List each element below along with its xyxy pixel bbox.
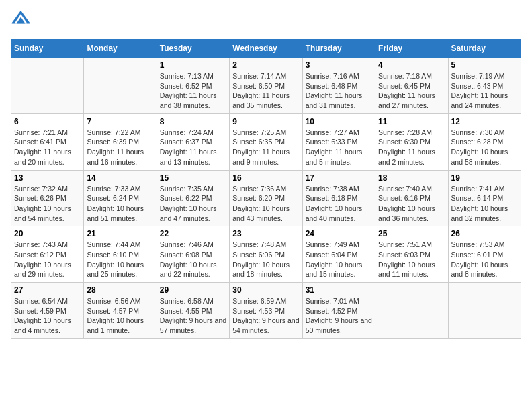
day-number: 14 (87, 173, 153, 183)
col-header-saturday: Saturday (448, 40, 521, 58)
day-number: 28 (87, 285, 153, 295)
day-cell: 13 Sunrise: 7:32 AM Sunset: 6:26 PM Dayl… (11, 170, 84, 226)
cell-content: Sunrise: 7:24 AM Sunset: 6:37 PM Dayligh… (160, 128, 226, 167)
day-cell: 7 Sunrise: 7:22 AM Sunset: 6:39 PM Dayli… (84, 113, 157, 170)
day-number: 22 (160, 229, 226, 238)
cell-content: Sunrise: 7:28 AM Sunset: 6:30 PM Dayligh… (378, 128, 445, 167)
day-cell: 26 Sunrise: 7:53 AM Sunset: 6:01 PM Dayl… (448, 226, 521, 283)
day-cell: 31 Sunrise: 7:01 AM Sunset: 4:52 PM Dayl… (302, 283, 375, 339)
day-number: 6 (14, 117, 81, 126)
day-number: 4 (378, 60, 445, 70)
col-header-tuesday: Tuesday (157, 40, 229, 58)
day-number: 8 (160, 117, 226, 126)
week-row-4: 20 Sunrise: 7:43 AM Sunset: 6:12 PM Dayl… (11, 226, 521, 283)
col-header-friday: Friday (375, 40, 448, 58)
cell-content: Sunrise: 7:53 AM Sunset: 6:01 PM Dayligh… (451, 240, 518, 279)
cell-content: Sunrise: 6:54 AM Sunset: 4:59 PM Dayligh… (14, 296, 81, 336)
day-number: 21 (87, 229, 153, 238)
day-number: 24 (306, 229, 372, 238)
day-number: 1 (160, 60, 226, 70)
day-cell: 1 Sunrise: 7:13 AM Sunset: 6:52 PM Dayli… (157, 58, 229, 114)
day-number: 18 (378, 173, 445, 183)
day-number: 30 (232, 285, 299, 295)
day-number: 2 (232, 60, 299, 70)
week-row-2: 6 Sunrise: 7:21 AM Sunset: 6:41 PM Dayli… (11, 113, 521, 170)
cell-content: Sunrise: 7:27 AM Sunset: 6:33 PM Dayligh… (306, 128, 372, 167)
day-number: 20 (14, 229, 81, 238)
cell-content: Sunrise: 7:30 AM Sunset: 6:28 PM Dayligh… (451, 128, 518, 167)
cell-content: Sunrise: 7:01 AM Sunset: 4:52 PM Dayligh… (306, 296, 372, 336)
cell-content: Sunrise: 7:51 AM Sunset: 6:03 PM Dayligh… (378, 240, 445, 279)
cell-content: Sunrise: 7:21 AM Sunset: 6:41 PM Dayligh… (14, 128, 81, 167)
cell-content: Sunrise: 7:25 AM Sunset: 6:35 PM Dayligh… (232, 128, 299, 167)
cell-content: Sunrise: 6:58 AM Sunset: 4:55 PM Dayligh… (160, 296, 226, 336)
day-cell: 30 Sunrise: 6:59 AM Sunset: 4:53 PM Dayl… (230, 283, 302, 339)
day-number: 31 (306, 285, 372, 295)
cell-content: Sunrise: 7:46 AM Sunset: 6:08 PM Dayligh… (160, 240, 226, 279)
day-number: 11 (378, 117, 445, 126)
day-cell (84, 58, 157, 114)
day-cell (448, 283, 521, 339)
day-cell: 11 Sunrise: 7:28 AM Sunset: 6:30 PM Dayl… (375, 113, 448, 170)
day-cell: 3 Sunrise: 7:16 AM Sunset: 6:48 PM Dayli… (302, 58, 375, 114)
day-number: 5 (451, 60, 518, 70)
cell-content: Sunrise: 7:13 AM Sunset: 6:52 PM Dayligh… (160, 71, 226, 111)
day-number: 27 (14, 285, 81, 295)
day-cell: 27 Sunrise: 6:54 AM Sunset: 4:59 PM Dayl… (11, 283, 84, 339)
day-cell (11, 58, 84, 114)
cell-content: Sunrise: 7:22 AM Sunset: 6:39 PM Dayligh… (87, 128, 153, 167)
day-cell: 15 Sunrise: 7:35 AM Sunset: 6:22 PM Dayl… (157, 170, 229, 226)
day-cell: 28 Sunrise: 6:56 AM Sunset: 4:57 PM Dayl… (84, 283, 157, 339)
cell-content: Sunrise: 7:35 AM Sunset: 6:22 PM Dayligh… (160, 184, 226, 224)
cell-content: Sunrise: 6:56 AM Sunset: 4:57 PM Dayligh… (87, 296, 153, 336)
cell-content: Sunrise: 6:59 AM Sunset: 4:53 PM Dayligh… (232, 296, 299, 336)
day-cell: 10 Sunrise: 7:27 AM Sunset: 6:33 PM Dayl… (302, 113, 375, 170)
day-number: 7 (87, 117, 153, 126)
logo (11, 11, 31, 31)
cell-content: Sunrise: 7:41 AM Sunset: 6:14 PM Dayligh… (451, 184, 518, 224)
week-row-3: 13 Sunrise: 7:32 AM Sunset: 6:26 PM Dayl… (11, 170, 521, 226)
day-number: 12 (451, 117, 518, 126)
day-cell: 4 Sunrise: 7:18 AM Sunset: 6:45 PM Dayli… (375, 58, 448, 114)
day-number: 19 (451, 173, 518, 183)
day-cell (375, 283, 448, 339)
col-header-sunday: Sunday (11, 40, 84, 58)
cell-content: Sunrise: 7:19 AM Sunset: 6:43 PM Dayligh… (451, 71, 518, 111)
cell-content: Sunrise: 7:40 AM Sunset: 6:16 PM Dayligh… (378, 184, 445, 224)
day-cell: 8 Sunrise: 7:24 AM Sunset: 6:37 PM Dayli… (157, 113, 229, 170)
day-cell: 5 Sunrise: 7:19 AM Sunset: 6:43 PM Dayli… (448, 58, 521, 114)
calendar-table: SundayMondayTuesdayWednesdayThursdayFrid… (11, 39, 521, 339)
day-cell: 29 Sunrise: 6:58 AM Sunset: 4:55 PM Dayl… (157, 283, 229, 339)
day-number: 10 (306, 117, 372, 126)
day-number: 13 (14, 173, 81, 183)
day-cell: 18 Sunrise: 7:40 AM Sunset: 6:16 PM Dayl… (375, 170, 448, 226)
cell-content: Sunrise: 7:16 AM Sunset: 6:48 PM Dayligh… (306, 71, 372, 111)
logo-icon (11, 8, 31, 28)
day-cell: 24 Sunrise: 7:49 AM Sunset: 6:04 PM Dayl… (302, 226, 375, 283)
cell-content: Sunrise: 7:43 AM Sunset: 6:12 PM Dayligh… (14, 240, 81, 279)
col-header-monday: Monday (84, 40, 157, 58)
col-header-thursday: Thursday (302, 40, 375, 58)
day-number: 17 (306, 173, 372, 183)
day-cell: 9 Sunrise: 7:25 AM Sunset: 6:35 PM Dayli… (230, 113, 302, 170)
day-number: 9 (232, 117, 299, 126)
day-cell: 6 Sunrise: 7:21 AM Sunset: 6:41 PM Dayli… (11, 113, 84, 170)
day-number: 16 (232, 173, 299, 183)
day-number: 23 (232, 229, 299, 238)
day-number: 26 (451, 229, 518, 238)
cell-content: Sunrise: 7:18 AM Sunset: 6:45 PM Dayligh… (378, 71, 445, 111)
page-header (11, 11, 521, 31)
cell-content: Sunrise: 7:49 AM Sunset: 6:04 PM Dayligh… (306, 240, 372, 279)
day-cell: 12 Sunrise: 7:30 AM Sunset: 6:28 PM Dayl… (448, 113, 521, 170)
day-cell: 20 Sunrise: 7:43 AM Sunset: 6:12 PM Dayl… (11, 226, 84, 283)
week-row-5: 27 Sunrise: 6:54 AM Sunset: 4:59 PM Dayl… (11, 283, 521, 339)
cell-content: Sunrise: 7:33 AM Sunset: 6:24 PM Dayligh… (87, 184, 153, 224)
cell-content: Sunrise: 7:36 AM Sunset: 6:20 PM Dayligh… (232, 184, 299, 224)
day-cell: 16 Sunrise: 7:36 AM Sunset: 6:20 PM Dayl… (230, 170, 302, 226)
day-cell: 21 Sunrise: 7:44 AM Sunset: 6:10 PM Dayl… (84, 226, 157, 283)
day-cell: 2 Sunrise: 7:14 AM Sunset: 6:50 PM Dayli… (230, 58, 302, 114)
day-cell: 23 Sunrise: 7:48 AM Sunset: 6:06 PM Dayl… (230, 226, 302, 283)
week-row-1: 1 Sunrise: 7:13 AM Sunset: 6:52 PM Dayli… (11, 58, 521, 114)
day-number: 3 (306, 60, 372, 70)
cell-content: Sunrise: 7:38 AM Sunset: 6:18 PM Dayligh… (306, 184, 372, 224)
